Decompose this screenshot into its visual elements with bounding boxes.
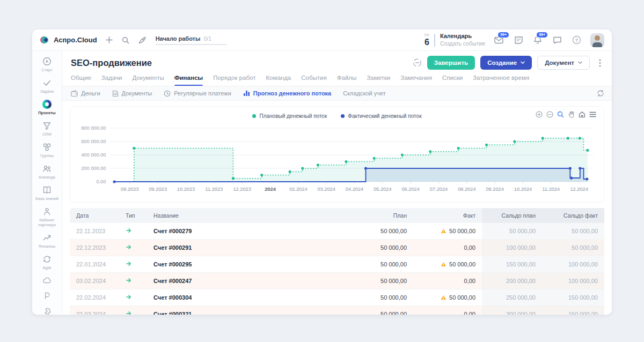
table-row[interactable]: 03.02.2024Счет #00024750 000,000,00200 0… [70,273,604,289]
cell-name[interactable]: Счет #000279 [147,228,333,234]
cell-saldo-fact: 150 000,00 [542,289,604,306]
finance-subtabs: Деньги Документы Регулярные платежи Прог… [62,86,612,101]
calendar-subtitle: Создать событие [440,40,485,47]
sidebar-item-start[interactable]: Старт [33,54,61,76]
legend-fact[interactable]: Фактический денежный поток [341,113,421,119]
link-icon[interactable] [413,58,422,68]
calendar-title: Календарь [440,33,485,40]
sidebar-item-partner[interactable]: Кабинет партнера [33,204,61,231]
table-row[interactable]: 22.03.2024Счет #00032150 000,000,00300 0… [70,306,604,315]
table-row[interactable]: 22.01.2024Счет #00029550 000,0050 000,00… [70,256,604,273]
cell-name[interactable]: Счет #000295 [147,261,333,267]
note-icon[interactable] [513,35,524,46]
kebab-menu-icon[interactable] [595,58,604,68]
sidebar-item-knowledge-base[interactable]: База знаний [33,183,61,204]
sidebar-item-finance[interactable]: Финансы [33,231,61,252]
tab-5[interactable]: Команда [266,75,291,86]
chart-toolbar [536,111,596,118]
income-arrow-icon [126,261,132,267]
tab-0[interactable]: Общие [71,75,91,86]
sidebar-item-team[interactable]: Команда [33,161,61,183]
cell-name[interactable]: Счет #000304 [147,294,333,301]
knowledge-base-icon [42,185,52,195]
table-row[interactable]: 22.12.2023Счет #00029150 000,000,00100 0… [70,240,604,256]
subtab-documents[interactable]: Документы [112,90,152,97]
refresh-icon[interactable] [597,90,604,97]
tab-2[interactable]: Документы [132,75,164,86]
tab-9[interactable]: Замечания [400,75,432,86]
subtab-money[interactable]: Деньги [71,90,100,97]
chart-legend: Плановый денежный поток Фактический дене… [252,113,421,119]
warning-icon [441,228,447,234]
search-icon[interactable] [121,35,130,44]
tab-1[interactable]: Задачи [101,75,122,86]
menu-icon[interactable] [589,111,596,117]
cell-fact: 50 000,00 [413,261,482,267]
legend-plan[interactable]: Плановый денежный поток [252,113,327,119]
onboarding-rocket-icon[interactable] [138,35,147,44]
create-button[interactable]: Создание [480,56,532,70]
sidebar-item-groups[interactable]: Группы [33,140,61,161]
cash-flow-chart[interactable]: 0.00200 000.00400 000.00600 000.00800 00… [74,121,601,202]
calendar-shortcut[interactable]: Календарь Создать событие [440,33,485,47]
col-saldo-plan[interactable]: Сальдо план [482,208,542,223]
sidebar-item-tasks[interactable]: Задачи [33,76,61,97]
document-button[interactable]: Документ [537,56,590,70]
sidebar-item-projects[interactable]: Проекты [33,97,61,118]
tab-3[interactable]: Финансы [174,75,203,86]
svg-text:400 000.00: 400 000.00 [81,152,106,158]
cell-fact: 50 000,00 [413,228,482,234]
sidebar-extra-app-3[interactable] [33,303,61,315]
cell-name[interactable]: Счет #000291 [147,244,333,251]
tab-6[interactable]: События [301,75,326,86]
plus-icon[interactable] [105,35,114,44]
help-icon[interactable]: ? [571,35,582,46]
col-name[interactable]: Название [147,212,333,219]
svg-text:11.2023: 11.2023 [205,187,223,192]
sidebar-item-crm[interactable]: CRM [33,118,61,140]
cell-name[interactable]: Счет #000247 [147,278,333,284]
tab-7[interactable]: Файлы [337,75,357,86]
tab-4[interactable]: Порядок работ [213,75,255,86]
home-icon[interactable] [579,111,586,118]
pan-hand-icon[interactable] [568,111,575,118]
svg-text:08.2024: 08.2024 [458,187,475,192]
col-plan[interactable]: План [333,212,413,219]
cell-saldo-fact: 150 000,00 [542,306,604,315]
cell-saldo-plan: 250 000,00 [482,289,542,306]
zoom-out-icon[interactable] [546,111,553,118]
tasks-icon [42,78,52,87]
onboarding-progress[interactable]: Начало работы 0/1 [156,35,226,45]
sidebar-extra-app-2[interactable] [33,288,61,303]
col-saldo-fact[interactable]: Сальдо факт [542,208,604,223]
bell-icon[interactable]: 99+ [532,35,543,46]
sidebar-item-agile[interactable]: Agile [33,252,61,273]
col-fact[interactable]: Факт [413,212,482,219]
chevron-down-icon [521,61,525,64]
clock-icon [164,90,171,97]
finish-button[interactable]: Завершить [427,56,475,70]
mail-icon[interactable]: 99+ [494,35,504,46]
tab-10[interactable]: Списки [442,75,463,86]
cell-date: 22.03.2024 [70,311,119,315]
table-row[interactable]: 22.11.2023Счет #00027950 000,0050 000,00… [70,223,604,240]
col-date[interactable]: Дата [70,212,119,219]
chat-icon[interactable] [552,35,562,46]
zoom-in-icon[interactable] [536,111,543,118]
tab-8[interactable]: Заметки [367,75,390,86]
subtab-warehouse[interactable]: Складской учет [343,90,386,96]
chevron-down-icon [578,61,582,64]
brand-logo[interactable]: Аспро.Cloud [40,35,97,45]
subtab-cash-flow-forecast[interactable]: Прогноз денежного потока [243,90,331,96]
subtab-recurring-payments[interactable]: Регулярные платежи [164,90,231,97]
cell-fact: 0,00 [413,244,482,251]
table-row[interactable]: 22.02.2024Счет #00030450 000,0050 000,00… [70,289,604,306]
sidebar: Старт Задачи Проекты CRM Группы Команда [32,51,62,315]
lens-icon[interactable] [557,111,564,118]
cell-type [119,227,147,235]
user-avatar[interactable] [590,33,604,47]
cell-name[interactable]: Счет #000321 [147,311,333,315]
tab-11[interactable]: Затраченное время [473,75,529,86]
sidebar-extra-app-1[interactable] [33,273,61,288]
col-type[interactable]: Тип [119,212,147,219]
